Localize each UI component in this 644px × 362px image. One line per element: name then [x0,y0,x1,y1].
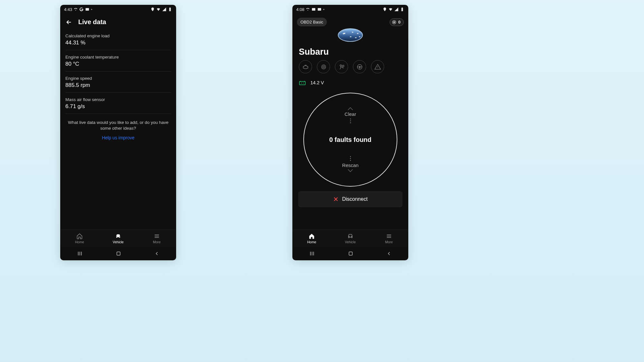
back-button[interactable] [65,19,72,26]
home-hw-icon[interactable] [348,251,354,256]
nav-home[interactable]: Home [60,230,99,247]
svg-point-14 [351,236,352,237]
engine-icon [302,63,309,70]
nav-label: Vehicle [345,240,356,244]
data-row[interactable]: Calculated engine load 44.31 % [65,29,171,50]
steering-icon [356,63,363,70]
abs-icon [320,63,327,70]
svg-point-5 [393,22,395,23]
svg-point-11 [359,66,360,68]
google-icon [79,7,84,12]
system-abs[interactable] [317,60,330,73]
voltage-value: 14.2 V [310,80,324,85]
live-data-list: Calculated engine load 44.31 % Engine co… [60,29,176,114]
svg-point-9 [342,65,344,67]
nav-label: More [153,240,161,244]
recents-icon[interactable] [309,250,315,257]
android-nav [60,247,176,260]
svg-point-7 [323,66,325,68]
voltage-row: 14.2 V [292,73,408,87]
dots-icon [350,156,351,161]
svg-point-8 [340,65,341,66]
battery-icon [168,7,172,12]
brand-logo [292,28,408,42]
bottom-nav: Home Vehicle More [60,229,176,247]
dot-icon: • [323,7,325,12]
wifi-signal-icon [388,7,393,12]
back-hw-icon[interactable] [154,251,160,256]
system-engine[interactable] [299,60,312,73]
system-row [292,60,408,73]
data-value: 80 °C [65,61,171,67]
fault-count-pill[interactable]: 0 [390,18,404,26]
android-nav [292,247,408,260]
nav-more[interactable]: More [370,230,408,247]
svg-rect-12 [299,81,305,85]
system-warning[interactable] [371,60,384,73]
data-value: 6.71 g/s [65,103,171,110]
status-bar: 4:43 • [60,5,176,14]
scan-circle[interactable]: Clear 0 faults found Rescan [303,93,397,187]
close-icon [333,196,339,202]
svg-rect-2 [312,8,316,11]
svg-point-13 [349,236,349,237]
svg-rect-1 [117,252,120,255]
clear-action[interactable]: Clear [304,106,397,125]
help-improve-link[interactable]: Help us improve [60,133,176,143]
nav-label: Home [307,240,316,244]
status-bar: 4:08 • [292,5,408,14]
status-time: 4:43 [64,7,72,12]
data-value: 885.5 rpm [65,82,171,88]
battery-volt-icon [299,80,306,86]
nav-more[interactable]: More [137,230,176,247]
dot-icon: • [91,7,92,12]
wifi-icon [73,7,78,12]
data-row[interactable]: Engine speed 885.5 rpm [65,71,171,93]
data-label: Engine coolant temperature [65,55,171,60]
scan-result: 0 faults found [329,136,371,144]
data-row[interactable]: Mass air flow sensor 6.71 g/s [65,93,171,114]
home-hw-icon[interactable] [116,251,121,256]
image-icon [311,7,316,12]
bottom-nav: Home Vehicle More [292,229,408,247]
data-label: Calculated engine load [65,33,171,38]
nav-label: Vehicle [113,240,124,244]
system-airbag[interactable] [335,60,348,73]
car-icon [115,233,122,239]
rescan-action[interactable]: Rescan [304,154,397,173]
brand-title: Subaru [292,42,408,60]
nav-vehicle[interactable]: Vehicle [331,230,370,247]
battery-icon [400,7,404,12]
phone-live-data: 4:43 • Live data Calculated engine load … [60,5,176,260]
car-icon [347,233,354,239]
svg-rect-0 [86,8,89,11]
data-label: Engine speed [65,76,171,81]
dots-icon [350,118,351,123]
translate-icon [85,7,90,12]
recents-icon[interactable] [77,250,83,257]
home-icon [76,233,83,239]
data-row[interactable]: Engine coolant temperature 80 °C [65,50,171,71]
status-time: 4:08 [296,7,304,12]
chevron-up-icon [347,106,354,111]
fault-count: 0 [398,20,401,24]
disconnect-label: Disconnect [342,196,367,202]
svg-rect-15 [349,252,353,255]
phone-dashboard: 4:08 • OBD2 Basic 0 Subaru [292,5,408,260]
menu-icon [385,233,393,239]
svg-rect-3 [318,8,321,11]
system-steering[interactable] [353,60,366,73]
feedback-prompt: What live data would you like to add, or… [60,114,176,133]
nav-label: More [385,240,393,244]
app-header: Live data [60,14,176,29]
protocol-chip[interactable]: OBD2 Basic [297,18,327,26]
chevron-down-icon [347,168,354,173]
rescan-label: Rescan [342,162,359,168]
nav-vehicle[interactable]: Vehicle [99,230,137,247]
back-hw-icon[interactable] [386,251,392,256]
nav-home[interactable]: Home [292,230,331,247]
svg-point-6 [321,65,326,69]
disconnect-button[interactable]: Disconnect [298,191,402,207]
menu-icon [153,233,160,239]
clear-label: Clear [345,111,356,117]
